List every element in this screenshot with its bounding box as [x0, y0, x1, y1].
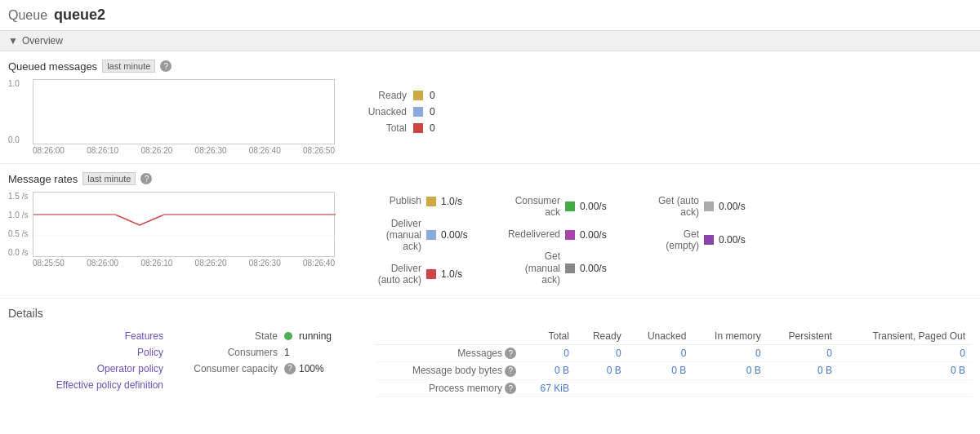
col-transient-header: Transient, Paged Out: [839, 328, 972, 345]
rate-deliver-auto: Deliver(auto ack) 1.0/s: [351, 259, 482, 290]
message-rates-chart: [33, 192, 335, 257]
get-auto-color: [704, 202, 714, 211]
overview-label: Overview: [22, 35, 63, 46]
rate-publish: Publish 1.0/s: [351, 192, 482, 211]
rate-consumer-ack: Consumerack 0.00/s: [490, 192, 621, 222]
detail-features: Features: [8, 328, 172, 344]
publish-color: [426, 197, 436, 206]
rates-col-1: Publish 1.0/s Deliver(manualack) 0.00/s …: [351, 192, 482, 290]
details-grid: Features Policy Operator policy Effectiv…: [8, 328, 972, 398]
queued-messages-svg: [33, 80, 336, 145]
rates-col-2: Consumerack 0.00/s Redelivered 0.00/s Ge…: [490, 192, 621, 290]
queued-messages-title: Queued messages last minute ?: [8, 60, 972, 73]
rate-deliver-manual: Deliver(manualack) 0.00/s: [351, 215, 482, 256]
queued-messages-badge[interactable]: last minute: [102, 60, 155, 73]
deliver-auto-color: [426, 269, 436, 279]
get-manual-color: [565, 264, 575, 273]
legend-ready: Ready 0: [351, 87, 449, 104]
queue-label: Queue: [8, 8, 47, 23]
unacked-color: [413, 107, 423, 117]
row-process-memory: Process memory ? 67 KiB: [376, 379, 972, 397]
col-unacked-header: Unacked: [628, 328, 693, 345]
col-label-header: [376, 328, 523, 345]
col-ready-header: Ready: [576, 328, 628, 345]
messages-help[interactable]: ?: [505, 348, 516, 359]
rate-get-manual: Get(manualack) 0.00/s: [490, 247, 621, 289]
message-rates-chart-wrapper: 1.5 /s 1.0 /s 0.5 /s 0.0 /s 08:25:50: [33, 192, 335, 268]
message-rates-content: 1.5 /s 1.0 /s 0.5 /s 0.0 /s 08:25:50: [8, 192, 972, 290]
message-rates-y-labels: 1.5 /s 1.0 /s 0.5 /s 0.0 /s: [8, 192, 28, 257]
detail-state: State running: [172, 328, 376, 344]
consumers-value: 1: [284, 347, 290, 358]
detail-operator-policy: Operator policy: [8, 361, 172, 377]
rate-redelivered: Redelivered 0.00/s: [490, 225, 621, 245]
queued-messages-help[interactable]: ?: [160, 60, 172, 72]
state-value: running: [299, 330, 332, 342]
rates-col-3: Get (autoack) 0.00/s Get(empty) 0.00/s: [629, 192, 760, 290]
message-rates-section: Message rates last minute ? 1.5 /s 1.0 /…: [0, 164, 980, 299]
queue-name: queue2: [54, 7, 105, 24]
details-table: Total Ready Unacked In memory Persistent…: [376, 328, 972, 398]
col-inmemory-header: In memory: [693, 328, 767, 345]
row-message-body-bytes: Message body bytes ? 0 B 0 B 0 B 0 B 0 B…: [376, 362, 972, 380]
details-left-col: Features Policy Operator policy Effectiv…: [8, 328, 172, 398]
details-middle-col: State running Consumers 1 Consumer capac…: [172, 328, 376, 398]
overview-bar: ▼ Overview: [0, 30, 980, 51]
rate-get-auto: Get (autoack) 0.00/s: [629, 192, 760, 222]
queued-messages-content: 1.0 0.0 08:26:00 08:26:10 08:26:20 08:26…: [8, 79, 972, 155]
row-messages: Messages ? 0 0 0 0 0 0: [376, 344, 972, 362]
details-section: Details Features Policy Operator policy …: [0, 299, 980, 406]
collapse-icon[interactable]: ▼: [8, 35, 18, 46]
queued-messages-section: Queued messages last minute ? 1.0 0.0 08…: [0, 51, 980, 164]
consumer-ack-color: [565, 202, 575, 211]
detail-consumer-capacity: Consumer capacity ? 100%: [172, 361, 376, 377]
redelivered-color: [565, 230, 575, 240]
queued-messages-legend: Ready 0 Unacked 0 Total 0: [351, 87, 449, 136]
total-color: [413, 123, 423, 133]
consumer-capacity-value: 100%: [299, 363, 324, 374]
details-right-col: Total Ready Unacked In memory Persistent…: [376, 328, 972, 398]
rate-get-empty: Get(empty) 0.00/s: [629, 225, 760, 255]
queued-messages-chart: [33, 79, 335, 144]
details-title: Details: [8, 307, 972, 320]
message-rates-help[interactable]: ?: [140, 173, 152, 184]
detail-consumers: Consumers 1: [172, 344, 376, 361]
consumer-capacity-help[interactable]: ?: [284, 363, 296, 374]
col-persistent-header: Persistent: [768, 328, 839, 345]
deliver-manual-color: [426, 230, 436, 240]
message-rates-badge[interactable]: last minute: [82, 172, 136, 185]
message-rates-x-labels: 08:25:50 08:26:00 08:26:10 08:26:20 08:2…: [33, 259, 335, 268]
process-memory-help[interactable]: ?: [505, 383, 516, 394]
body-bytes-help[interactable]: ?: [505, 365, 516, 377]
message-rates-svg: [33, 193, 336, 258]
queued-messages-chart-wrapper: 1.0 0.0 08:26:00 08:26:10 08:26:20 08:26…: [33, 79, 335, 155]
legend-total: Total 0: [351, 120, 449, 136]
running-dot: [284, 332, 292, 340]
queued-messages-y-labels: 1.0 0.0: [8, 79, 20, 144]
legend-unacked: Unacked 0: [351, 104, 449, 120]
queued-messages-x-labels: 08:26:00 08:26:10 08:26:20 08:26:30 08:2…: [33, 146, 335, 155]
detail-effective-policy: Effective policy definition: [8, 377, 172, 393]
ready-color: [413, 91, 423, 100]
rates-legend: Publish 1.0/s Deliver(manualack) 0.00/s …: [351, 192, 760, 290]
detail-policy: Policy: [8, 344, 172, 361]
col-total-header: Total: [523, 328, 576, 345]
message-rates-title: Message rates last minute ?: [8, 172, 972, 185]
get-empty-color: [704, 235, 714, 245]
page-header: Queue queue2: [0, 0, 980, 30]
